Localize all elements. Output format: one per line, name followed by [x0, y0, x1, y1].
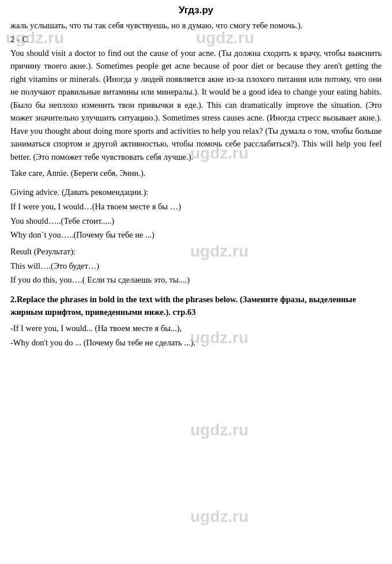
- page-container: ugdz.ru ugdz.ru ugdz.ru ugdz.ru ugdz.ru …: [0, 0, 392, 564]
- task2-instruction: 2.Replace the phrases in bold in the tex…: [10, 293, 382, 319]
- advice-line-1: If I were you, I would…(На твоем месте я…: [10, 200, 382, 214]
- watermark-6: ugdz.ru: [190, 421, 248, 439]
- result-header: Result (Результат):: [10, 245, 382, 259]
- intro-text: жаль услышать, что ты так себя чувствуеш…: [10, 20, 382, 32]
- result-line-2: If you do this, you….( Если ты сделаешь …: [10, 273, 382, 287]
- result-line-1: This will….(Это будет…): [10, 259, 382, 273]
- replace-line-2: -Why don't you do ... (Почему бы тебе не…: [10, 336, 382, 350]
- watermark-7: ugdz.ru: [190, 507, 248, 526]
- advice-header: Giving advice. (Давать рекомендации.):: [10, 185, 382, 200]
- site-title: Угдз.ру: [10, 5, 382, 16]
- take-care-text: Take care, Annie. (Береги себя, Энни.).: [10, 167, 382, 179]
- advice-line-2: You should…..(Тебе стоит.....): [10, 214, 382, 228]
- advice-section: Giving advice. (Давать рекомендации.): I…: [10, 185, 382, 287]
- section-2c-label: 2 - C: [10, 35, 382, 44]
- section-2c-body: You should visit a doctor to find out th…: [10, 47, 382, 163]
- replace-line-1: -If I were you, I would... (На твоем мес…: [10, 321, 382, 336]
- advice-line-3: Why don`t you…..(Почему бы тебе не ...): [10, 228, 382, 242]
